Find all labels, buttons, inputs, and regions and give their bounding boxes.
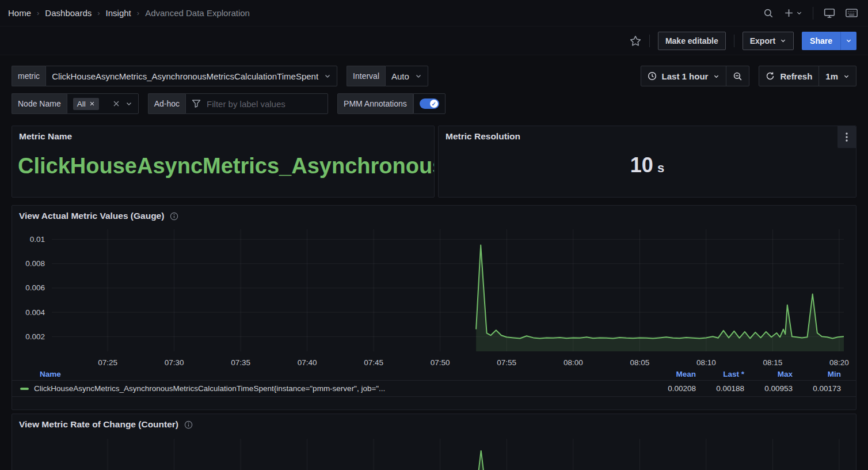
breadcrumb-dashboards[interactable]: Dashboards — [45, 8, 92, 18]
kiosk-mode-button[interactable] — [824, 8, 835, 18]
filter-row-1: metric ClickHouseAsyncMetrics_Asynchrono… — [12, 66, 856, 86]
clock-icon — [648, 71, 657, 81]
refresh-button[interactable]: Refresh — [759, 66, 818, 86]
legend-val-max: 0.00953 — [744, 384, 793, 393]
breadcrumb-insight[interactable]: Insight — [106, 8, 131, 18]
x-tick-label: 07:50 — [431, 358, 450, 367]
breadcrumb-home[interactable]: Home — [8, 8, 31, 18]
share-split-button: Share — [802, 32, 856, 50]
pmm-annotations-field: ✓ — [413, 93, 446, 114]
metric-resolution-panel-title[interactable]: Metric Resolution — [439, 126, 856, 144]
metric-resolution-stat: 10 s — [439, 153, 856, 177]
chevron-down-icon — [780, 37, 786, 44]
metric-variable-label: metric — [12, 66, 45, 86]
chip-remove-icon[interactable] — [89, 101, 95, 107]
search-button[interactable] — [763, 8, 774, 18]
toolbar-divider — [734, 35, 734, 47]
legend-col-max[interactable]: Max — [744, 370, 793, 378]
y-tick-label: 0.004 — [25, 308, 45, 317]
counter-chart-svg[interactable] — [18, 439, 850, 470]
time-range-picker[interactable]: Last 1 hour — [641, 66, 726, 86]
node-name-chip[interactable]: All — [73, 98, 99, 110]
keyboard-shortcuts-button[interactable] — [846, 9, 858, 17]
series-swatch — [20, 388, 29, 390]
counter-panel-title[interactable]: View Metric Rate of Change (Counter) — [12, 414, 856, 432]
share-menu-button[interactable] — [840, 32, 856, 50]
metric-variable-value: ClickHouseAsyncMetrics_AsynchronousMetri… — [52, 71, 318, 81]
info-icon — [170, 212, 178, 221]
node-name-control: Node Name All — [12, 93, 139, 114]
breadcrumb: Home › Dashboards › Insight › Advanced D… — [8, 8, 250, 18]
y-tick-label: 0.002 — [25, 332, 45, 341]
refresh-interval-value: 1m — [825, 71, 838, 81]
x-tick-label: 08:10 — [696, 358, 716, 367]
x-tick-label: 08:05 — [630, 358, 649, 367]
x-tick-label: 07:35 — [231, 358, 250, 367]
metric-name-panel-title[interactable]: Metric Name — [12, 126, 434, 144]
metric-variable-control: metric ClickHouseAsyncMetrics_Asynchrono… — [12, 66, 337, 86]
adhoc-filter-label: Ad-hoc — [148, 93, 185, 114]
refresh-group: Refresh 1m — [759, 66, 856, 86]
counter-chart-panel: View Metric Rate of Change (Counter) — [12, 414, 856, 470]
interval-variable-label: Interval — [347, 66, 385, 86]
star-icon — [630, 35, 641, 47]
dashboard-controls: metric ClickHouseAsyncMetrics_Asynchrono… — [0, 55, 868, 114]
y-tick-label: 0.008 — [25, 259, 45, 268]
metric-variable-select[interactable]: ClickHouseAsyncMetrics_AsynchronousMetri… — [45, 66, 337, 86]
legend-col-last[interactable]: Last * — [696, 370, 744, 378]
pmm-annotations-control: PMM Annotations ✓ — [337, 93, 446, 114]
dashboard-toolbar: Make editable Export Share — [0, 26, 868, 55]
refresh-interval-select[interactable]: 1m — [818, 66, 856, 86]
legend-row: ClickHouseAsyncMetrics_AsynchronousMetri… — [12, 380, 856, 397]
metric-name-value: ClickHouseAsyncMetrics_AsynchronousMetri… — [12, 144, 434, 179]
series-label[interactable]: ClickHouseAsyncMetrics_AsynchronousMetri… — [34, 384, 648, 393]
x-tick-label: 07:40 — [298, 358, 317, 367]
legend-columns: Mean Last * Max Min — [648, 370, 848, 378]
refresh-icon — [766, 71, 775, 81]
adhoc-filter-input[interactable] — [207, 99, 322, 109]
zoom-out-time-button[interactable] — [726, 66, 749, 86]
top-nav: Home › Dashboards › Insight › Advanced D… — [0, 0, 868, 26]
y-tick-label: 0.006 — [25, 283, 45, 292]
chevron-down-icon — [713, 73, 719, 79]
chevron-down-icon — [796, 10, 802, 16]
make-editable-button[interactable]: Make editable — [658, 32, 726, 50]
pmm-annotations-label: PMM Annotations — [337, 93, 413, 114]
x-tick-label: 07:25 — [98, 358, 117, 367]
node-name-label: Node Name — [12, 93, 67, 114]
nav-actions — [763, 7, 858, 20]
legend-col-mean[interactable]: Mean — [648, 370, 696, 378]
x-tick-label: 08:15 — [763, 358, 782, 367]
node-name-select[interactable]: All — [67, 93, 139, 114]
refresh-label: Refresh — [780, 71, 812, 81]
dashboard-content: Metric Name ClickHouseAsyncMetrics_Async… — [0, 126, 868, 470]
breadcrumb-separator-icon: › — [37, 9, 39, 17]
legend-name-header[interactable]: Name — [40, 370, 61, 378]
pmm-annotations-toggle[interactable]: ✓ — [420, 98, 439, 109]
breadcrumb-current-page: Advanced Data Exploration — [145, 8, 250, 18]
clear-all-button[interactable] — [113, 100, 120, 107]
gauge-chart-svg[interactable]: 07:2507:3007:3507:4007:4507:5007:5508:00… — [18, 223, 850, 369]
stat-unit: s — [657, 161, 664, 176]
share-button[interactable]: Share — [802, 32, 840, 50]
legend-col-min[interactable]: Min — [793, 370, 841, 378]
legend-header: Name Mean Last * Max Min — [12, 369, 856, 380]
chevron-down-icon — [125, 100, 132, 107]
interval-variable-control: Interval Auto — [347, 66, 428, 86]
favorite-button[interactable] — [630, 35, 641, 47]
add-button[interactable] — [784, 8, 802, 18]
chevron-down-icon — [843, 73, 850, 79]
gauge-panel-title[interactable]: View Actual Metric Values (Gauge) — [12, 206, 856, 223]
interval-variable-select[interactable]: Auto — [385, 66, 428, 86]
panel-title-text: Metric Resolution — [446, 131, 520, 142]
export-label: Export — [750, 36, 775, 46]
interval-variable-value: Auto — [391, 71, 409, 81]
panel-menu-button[interactable] — [837, 126, 856, 148]
breadcrumb-separator-icon: › — [97, 9, 100, 17]
panel-title-text: View Actual Metric Values (Gauge) — [19, 211, 164, 221]
time-picker-group: Last 1 hour — [641, 66, 750, 86]
chevron-down-icon — [846, 37, 852, 44]
x-tick-label: 07:55 — [497, 358, 516, 367]
export-button[interactable]: Export — [743, 32, 794, 50]
legend-values: 0.00208 0.00188 0.00953 0.00173 — [648, 384, 848, 393]
